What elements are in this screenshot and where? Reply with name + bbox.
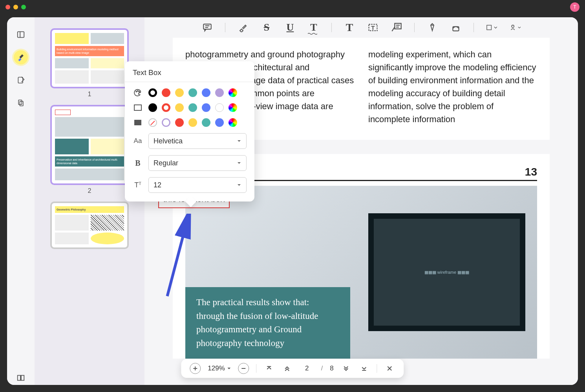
color-swatch[interactable] bbox=[148, 103, 157, 112]
fill-icon bbox=[134, 119, 142, 126]
pen-button[interactable] bbox=[426, 22, 438, 33]
underline-button[interactable]: U bbox=[284, 22, 296, 33]
text-button[interactable]: T bbox=[344, 22, 355, 33]
color-swatch[interactable] bbox=[202, 103, 210, 112]
separator bbox=[473, 23, 474, 32]
close-window-button[interactable] bbox=[5, 5, 10, 9]
thumbnail-page-3[interactable]: Geometric Philosophy bbox=[50, 201, 129, 249]
color-swatch[interactable] bbox=[175, 103, 184, 112]
last-page-button[interactable] bbox=[359, 363, 370, 374]
app-window: Building environment information modelin… bbox=[7, 17, 578, 385]
svg-rect-29 bbox=[134, 105, 141, 110]
color-picker-swatch[interactable] bbox=[229, 88, 237, 97]
color-swatch[interactable] bbox=[162, 88, 170, 97]
panel-toggle-icon bbox=[16, 30, 25, 39]
popover-title: Text Box bbox=[133, 68, 247, 77]
user-avatar[interactable]: T bbox=[570, 2, 580, 12]
chevrons-down-icon bbox=[343, 365, 349, 372]
font-size-dropdown[interactable]: 12 bbox=[148, 177, 247, 193]
body-text: modeling experiment, which can significa… bbox=[368, 48, 537, 126]
chevron-bottom-icon bbox=[361, 365, 367, 372]
textbox-icon: T bbox=[367, 22, 378, 33]
color-swatch[interactable] bbox=[215, 88, 224, 97]
color-swatch[interactable] bbox=[188, 118, 197, 127]
plus-icon bbox=[192, 366, 198, 371]
photo-caption-overlay: The practical results show that: through… bbox=[185, 287, 350, 359]
signature-icon bbox=[509, 23, 516, 32]
color-swatch[interactable] bbox=[188, 88, 197, 97]
color-swatch[interactable] bbox=[215, 118, 224, 127]
thumb-title: Geometric Philosophy bbox=[55, 206, 124, 213]
no-fill-swatch[interactable] bbox=[148, 118, 157, 127]
separator bbox=[377, 364, 377, 373]
thumb-title: Building environment information modelin… bbox=[55, 46, 124, 56]
first-page-button[interactable] bbox=[264, 363, 275, 374]
zoom-in-button[interactable] bbox=[190, 363, 201, 374]
color-swatch-selected[interactable] bbox=[162, 118, 170, 127]
svg-text:T: T bbox=[371, 24, 375, 31]
color-picker-swatch[interactable] bbox=[229, 103, 237, 112]
close-icon bbox=[387, 366, 393, 371]
reading-view-button[interactable] bbox=[14, 371, 28, 385]
edit-mode-button[interactable] bbox=[14, 73, 28, 87]
annotate-mode-button[interactable] bbox=[14, 50, 28, 64]
zoom-dropdown[interactable]: 129% bbox=[208, 365, 231, 372]
color-swatch-selected[interactable] bbox=[162, 103, 170, 112]
page-mode-button[interactable] bbox=[14, 96, 28, 110]
svg-rect-5 bbox=[20, 101, 23, 106]
color-swatch[interactable] bbox=[202, 118, 210, 127]
fill-color-row bbox=[133, 118, 247, 127]
maximize-window-button[interactable] bbox=[21, 5, 26, 9]
textbox-properties-popover: Text Box bbox=[125, 61, 254, 201]
shape-button[interactable] bbox=[486, 22, 497, 33]
separator bbox=[414, 23, 415, 32]
callout-icon bbox=[391, 22, 402, 33]
left-rail bbox=[7, 17, 35, 385]
title-bar: T bbox=[0, 0, 585, 14]
thumbnail-page-2[interactable]: Preservation and inheritance of architec… bbox=[50, 105, 129, 194]
panel-toggle-button[interactable] bbox=[14, 27, 28, 42]
textbox-button[interactable]: T bbox=[367, 22, 379, 33]
color-swatch[interactable] bbox=[215, 103, 224, 112]
color-swatch-selected[interactable] bbox=[148, 88, 157, 97]
page-manage-icon bbox=[17, 99, 25, 107]
zoom-out-button[interactable] bbox=[238, 363, 249, 374]
chevron-down-icon bbox=[494, 26, 497, 29]
chevron-down-icon bbox=[237, 139, 241, 143]
callout-button[interactable] bbox=[391, 22, 402, 33]
chevron-down-icon bbox=[227, 366, 231, 370]
minimize-window-button[interactable] bbox=[13, 5, 18, 9]
color-picker-swatch[interactable] bbox=[229, 118, 237, 127]
font-weight-dropdown[interactable]: Regular bbox=[148, 155, 247, 171]
signature-button[interactable] bbox=[509, 22, 521, 33]
chevron-down-icon bbox=[518, 26, 521, 29]
color-swatch[interactable] bbox=[175, 88, 184, 97]
svg-point-28 bbox=[139, 91, 140, 92]
page-input[interactable] bbox=[300, 365, 314, 372]
strikethrough-button[interactable]: S bbox=[261, 22, 272, 33]
thumbnail-page-1[interactable]: Building environment information modelin… bbox=[50, 28, 129, 98]
prev-page-button[interactable] bbox=[282, 363, 293, 374]
font-family-dropdown[interactable]: Helvetica bbox=[148, 133, 247, 149]
svg-rect-11 bbox=[395, 24, 401, 29]
comment-button[interactable] bbox=[201, 22, 213, 33]
next-page-button[interactable] bbox=[341, 363, 352, 374]
squiggle-icon bbox=[308, 33, 317, 35]
color-swatch[interactable] bbox=[175, 118, 184, 127]
shape-icon bbox=[486, 24, 492, 31]
squiggle-button[interactable]: T bbox=[308, 22, 320, 33]
palette-icon bbox=[133, 88, 142, 97]
color-swatch[interactable] bbox=[188, 103, 197, 112]
edit-note-icon bbox=[17, 76, 25, 84]
svg-rect-6 bbox=[203, 24, 211, 29]
eraser-button[interactable] bbox=[450, 22, 462, 33]
svg-point-27 bbox=[137, 90, 138, 91]
close-bar-button[interactable] bbox=[384, 363, 395, 374]
highlight-button[interactable] bbox=[237, 22, 249, 33]
divider bbox=[125, 82, 254, 82]
pen-icon bbox=[428, 23, 437, 32]
monitor-illustration: ▦▦▦ wireframe ▦▦▦ bbox=[368, 213, 525, 331]
total-pages: 8 bbox=[330, 365, 333, 372]
color-swatch[interactable] bbox=[202, 88, 210, 97]
book-view-icon bbox=[16, 374, 25, 382]
